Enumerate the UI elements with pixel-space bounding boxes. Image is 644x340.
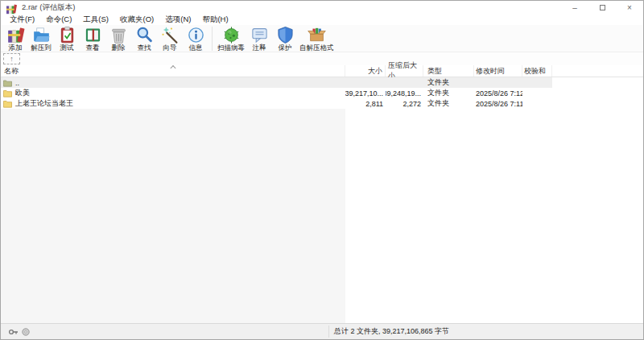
file-packed-size (386, 77, 423, 88)
toolbar-button-info[interactable]: 信息 (183, 26, 208, 52)
file-name: 欧美 (15, 88, 30, 98)
file-packed-size: 2,272 (386, 98, 423, 109)
extract-folder-icon (32, 26, 51, 44)
toolbar-button-delete[interactable]: 删除 (105, 26, 131, 52)
menu-commands[interactable]: 命令(C) (40, 15, 77, 25)
protect-shield-icon (276, 26, 295, 44)
test-clipboard-icon (58, 26, 76, 44)
file-type: 文件夹 (423, 88, 474, 98)
title-bar: 2.rar (评估版本) – × (1, 1, 643, 15)
file-name: .. (15, 79, 19, 87)
column-header-name[interactable]: 名称 (1, 65, 345, 77)
menu-help[interactable]: 帮助(H) (196, 15, 233, 25)
toolbar-button-label: 删除 (112, 44, 126, 52)
toolbar-button-label: 扫描病毒 (217, 44, 245, 52)
toolbar-button-protect[interactable]: 保护 (272, 26, 298, 52)
toolbar-button-extract[interactable]: 解压到 (28, 26, 54, 52)
toolbar-button-label: 测试 (60, 44, 74, 52)
file-size: 2,811 (345, 98, 386, 109)
name-column-shade (1, 109, 345, 323)
maximize-button[interactable] (588, 1, 616, 15)
view-book-icon (84, 26, 102, 44)
wizard-wand-icon (161, 26, 180, 44)
menu-options[interactable]: 选项(N) (159, 15, 196, 25)
file-name: 上老王论坛当老王 (15, 98, 73, 109)
toolbar-button-label: 保护 (279, 44, 292, 52)
folder-icon (3, 100, 12, 108)
list-header: 名称 大小 压缩后大小 类型 修改时间 校验和 (1, 65, 643, 77)
file-packed-size: 39,248,19... (386, 88, 423, 98)
key-icon[interactable] (9, 329, 19, 335)
column-header-type[interactable]: 类型 (423, 65, 474, 77)
toolbar-button-label: 注释 (253, 44, 266, 52)
toolbar-button-scan-virus[interactable]: 扫描病毒 (216, 26, 246, 52)
toolbar-button-label: 添加 (9, 44, 23, 52)
file-list: .. 文件夹 欧美 39,217,10... 39,248,19... 文件夹 … (1, 77, 643, 323)
column-header-packed[interactable]: 压缩后大小 (386, 65, 423, 77)
menu-file[interactable]: 文件(F) (4, 15, 40, 25)
up-directory-button[interactable]: ↑ (3, 53, 20, 64)
column-header-checksum[interactable]: 校验和 (522, 65, 552, 77)
status-bar: 总计 2 文件夹, 39,217,106,865 字节 (1, 323, 643, 339)
address-bar: ↑ (1, 52, 643, 65)
toolbar-button-label: 查看 (86, 44, 100, 52)
sfx-box-icon (308, 26, 326, 44)
toolbar-button-comment[interactable]: 注释 (246, 26, 272, 52)
file-size (345, 77, 386, 88)
file-checksum (522, 77, 552, 88)
delete-trash-icon (109, 26, 128, 44)
toolbar-button-view[interactable]: 查看 (80, 26, 105, 52)
toolbar-button-wizard[interactable]: 向导 (157, 26, 183, 52)
menu-bar: 文件(F) 命令(C) 工具(S) 收藏夹(O) 选项(N) 帮助(H) (1, 15, 643, 25)
toolbar: 添加 解压到 测试 (1, 25, 643, 52)
column-header-size[interactable]: 大小 (345, 65, 386, 77)
maximize-icon (600, 5, 605, 10)
sort-chevron-up-icon (170, 65, 175, 71)
comment-bubble-icon (250, 26, 269, 44)
toolbar-button-label: 信息 (189, 44, 203, 52)
find-magnifier-icon (135, 26, 154, 44)
file-modified (474, 77, 522, 88)
toolbar-button-sfx[interactable]: 自解压格式 (298, 26, 336, 52)
table-row-parent-dir[interactable]: .. 文件夹 (1, 77, 552, 88)
virus-scan-icon (222, 26, 241, 44)
window-title: 2.rar (评估版本) (22, 2, 76, 13)
file-checksum (522, 98, 552, 109)
minimize-button[interactable]: – (561, 1, 588, 15)
folder-icon (3, 89, 12, 97)
disc-icon[interactable] (22, 328, 30, 336)
folder-up-icon (3, 79, 12, 87)
toolbar-separator (212, 27, 213, 51)
toolbar-button-label: 自解压格式 (299, 44, 334, 52)
file-modified: 2025/8/26 7:11 (474, 98, 522, 109)
file-type: 文件夹 (423, 98, 474, 109)
winrar-app-icon (6, 3, 17, 13)
file-checksum (522, 88, 552, 98)
menu-tools[interactable]: 工具(S) (77, 15, 114, 25)
toolbar-button-label: 查找 (138, 44, 151, 52)
toolbar-button-label: 向导 (163, 44, 177, 52)
close-button[interactable]: × (616, 1, 643, 15)
up-arrow-icon: ↑ (10, 55, 14, 63)
file-modified: 2025/8/26 7:12 (474, 88, 522, 98)
file-type: 文件夹 (423, 77, 474, 88)
file-size: 39,217,10... (345, 88, 386, 98)
info-circle-icon (187, 26, 205, 44)
toolbar-button-label: 解压到 (31, 44, 52, 52)
toolbar-button-find[interactable]: 查找 (131, 26, 157, 52)
winrar-window: 2.rar (评估版本) – × 文件(F) 命令(C) 工具(S) 收藏夹(O… (0, 0, 644, 340)
table-row[interactable]: 上老王论坛当老王 2,811 2,272 文件夹 2025/8/26 7:11 (1, 98, 643, 109)
column-header-modified[interactable]: 修改时间 (474, 65, 522, 77)
archive-add-icon (6, 26, 25, 44)
toolbar-button-add[interactable]: 添加 (2, 26, 28, 52)
menu-favorites[interactable]: 收藏夹(O) (114, 15, 159, 25)
table-row[interactable]: 欧美 39,217,10... 39,248,19... 文件夹 2025/8/… (1, 88, 643, 98)
statusbar-total: 总计 2 文件夹, 39,217,106,865 字节 (334, 326, 449, 337)
statusbar-divider (328, 325, 329, 338)
toolbar-button-test[interactable]: 测试 (54, 26, 80, 52)
